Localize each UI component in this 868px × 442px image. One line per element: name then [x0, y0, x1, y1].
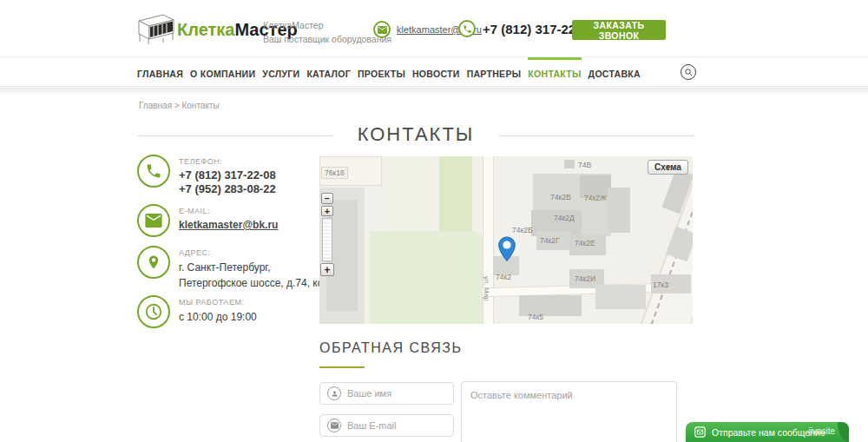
map[interactable]: 76к16 74В 74к2В 74к2Ж 74к2Д 74к2Б 74к2Г … — [319, 156, 693, 324]
comment-textarea[interactable] — [461, 381, 677, 442]
email-field-wrap — [319, 414, 454, 437]
map-park-area — [370, 231, 486, 324]
contact-hours-item: МЫ РАБОТАЕМ: с 10:00 до 19:00 — [137, 295, 257, 328]
zoom-slider-handle[interactable]: + — [321, 206, 333, 216]
feedback-title: ОБРАТНАЯ СВЯЗЬ — [319, 340, 462, 356]
contact-address-item: АДРЕС: г. Санкт-Петербург, Петергофское … — [137, 246, 346, 291]
title-divider-right — [499, 135, 694, 136]
header: КлеткаМастер КлеткаМастер Ваш поставщик … — [0, 0, 868, 57]
email-input[interactable] — [347, 420, 443, 431]
phone-icon — [458, 20, 476, 37]
map-label: 74к2Ж — [584, 194, 607, 202]
phone-label: ТЕЛЕФОН: — [179, 157, 276, 166]
main-nav: ГЛАВНАЯ О КОМПАНИИ УСЛУГИ КАТАЛОГ ПРОЕКТ… — [0, 57, 868, 87]
breadcrumb: Главная > Контакты — [139, 101, 220, 110]
name-input[interactable] — [347, 388, 443, 399]
nav-item-dostavka[interactable]: ДОСТАВКА — [589, 57, 641, 87]
phone-icon — [137, 155, 170, 188]
hours-value: с 10:00 до 19:00 — [179, 309, 257, 325]
email-label: E-MAIL: — [179, 207, 278, 215]
contact-email-item: E-MAIL: kletkamaster@bk.ru — [137, 204, 278, 237]
page-title: КОНТАКТЫ — [137, 123, 694, 146]
header-tagline: КлеткаМастер Ваш поставщик оборудования — [263, 18, 391, 47]
location-pin-icon — [137, 246, 170, 279]
map-label: 74к2И — [575, 274, 595, 283]
breadcrumb-separator: > — [174, 101, 180, 110]
zoom-out-button[interactable]: − — [321, 193, 333, 204]
map-label: 74к2 — [496, 273, 511, 281]
nav-item-uslugi[interactable]: УСЛУГИ — [262, 57, 299, 87]
nav-item-novosti[interactable]: НОВОСТИ — [412, 57, 460, 87]
feedback-title-underline — [319, 366, 365, 368]
order-call-button[interactable]: ЗАКАЗАТЬ ЗВОНОК — [572, 20, 666, 40]
page-title-row: КОНТАКТЫ — [137, 123, 694, 148]
nav-item-proekty[interactable]: ПРОЕКТЫ — [358, 57, 405, 87]
nav-item-o-kompanii[interactable]: О КОМПАНИИ — [190, 57, 255, 87]
person-icon — [327, 386, 341, 400]
mail-icon — [373, 21, 391, 38]
nav-item-kontakty[interactable]: КОНТАКТЫ — [528, 57, 581, 87]
contact-email-link[interactable]: kletkamaster@bk.ru — [179, 219, 278, 231]
chat-widget[interactable]: Отправьте нам сообщение jivosite — [686, 422, 849, 442]
phone-value-1: +7 (812) 317-22-08 — [179, 168, 276, 182]
map-building — [564, 160, 575, 168]
map-street-label: ул. Мар — [483, 276, 490, 301]
search-icon — [684, 68, 694, 77]
name-field-wrap — [319, 382, 454, 405]
map-label: 74к2Г — [540, 236, 560, 245]
nav-item-katalog[interactable]: КАТАЛОГ — [306, 57, 351, 87]
contact-phone-item: ТЕЛЕФОН: +7 (812) 317-22-08 +7 (952) 283… — [137, 155, 276, 197]
map-building — [595, 285, 646, 309]
chevron-down-icon: ▾ — [667, 164, 670, 171]
map-label: 76к16 — [321, 167, 348, 179]
hours-label: МЫ РАБОТАЕМ: — [179, 298, 257, 307]
search-button[interactable] — [681, 64, 696, 80]
chat-leaf-decoration — [838, 422, 849, 442]
map-label: 74к5 — [528, 313, 543, 321]
map-building — [608, 188, 630, 233]
map-pin-icon[interactable] — [497, 236, 516, 262]
map-label: 74В — [578, 161, 591, 169]
map-label: 74к2Б — [512, 226, 532, 234]
chat-brand: jivosite — [808, 426, 835, 436]
nav-item-partnery[interactable]: ПАРТНЕРЫ — [467, 57, 522, 87]
mail-icon — [327, 419, 341, 432]
nav-item-glavnaya[interactable]: ГЛАВНАЯ — [137, 57, 183, 87]
map-label: 17к3 — [653, 280, 668, 289]
envelope-icon — [694, 426, 706, 438]
nav-shadow — [0, 88, 868, 95]
map-label: 74к2Е — [575, 239, 595, 247]
mail-icon — [137, 204, 170, 237]
cage-logo-icon — [137, 11, 175, 48]
phone-value-2: +7 (952) 283-08-22 — [179, 182, 276, 196]
map-mode-button[interactable]: Схема ▾ — [648, 160, 688, 175]
zoom-slider-track[interactable] — [322, 218, 332, 261]
map-label: 74к2Д — [554, 214, 575, 222]
zoom-in-button[interactable]: + — [320, 263, 334, 276]
clock-icon — [137, 295, 170, 328]
map-label: 74к2В — [550, 193, 571, 201]
breadcrumb-home-link[interactable]: Главная — [139, 101, 172, 110]
breadcrumb-current: Контакты — [181, 101, 219, 110]
